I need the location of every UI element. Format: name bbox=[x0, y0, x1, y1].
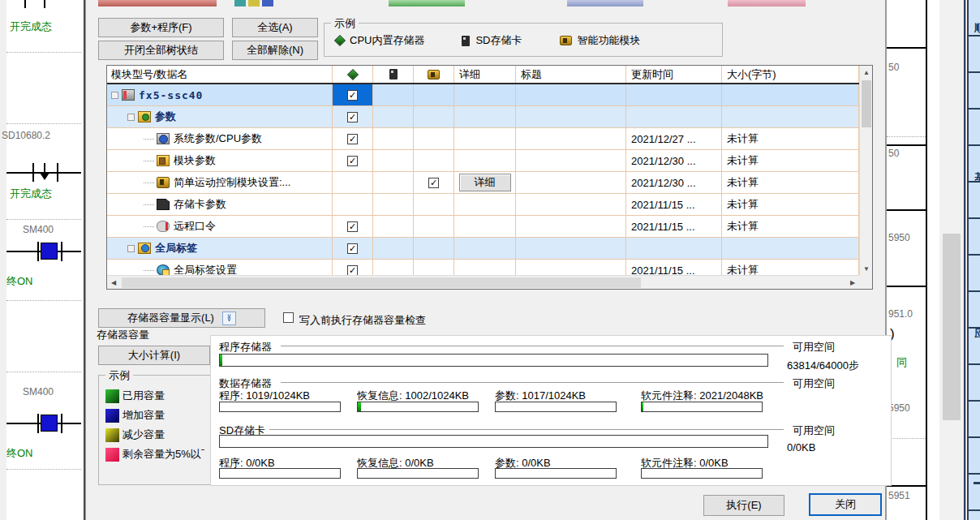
precheck-checkbox[interactable] bbox=[283, 312, 294, 323]
grid-horizontal-scrollbar[interactable]: ◀ ▶ bbox=[107, 275, 859, 289]
sd-check-cell[interactable] bbox=[373, 150, 414, 171]
table-row[interactable]: 模块参数✓2021/12/30 ...未计算 bbox=[107, 150, 859, 172]
row-checkbox[interactable]: ✓ bbox=[347, 221, 358, 232]
column-updated[interactable]: 更新时间 bbox=[626, 66, 722, 83]
selected-cell-cursor[interactable] bbox=[41, 415, 58, 432]
toggle-tree-button[interactable]: 开闭全部树状结 bbox=[98, 41, 224, 60]
scrollbar-thumb[interactable] bbox=[862, 80, 871, 127]
capacity-display-button[interactable]: 存储器容量显示(L) ∨∨ bbox=[98, 308, 265, 328]
memory-item-bar bbox=[641, 468, 763, 479]
scroll-left-arrow[interactable]: ◀ bbox=[107, 276, 120, 289]
capacity-legend-label: 已用容量 bbox=[122, 389, 165, 403]
table-row[interactable]: fx5-ssc40✓ bbox=[107, 84, 859, 106]
scroll-down-arrow[interactable]: ▼ bbox=[860, 262, 873, 275]
grid-vertical-scrollbar[interactable]: ▲ ▼ bbox=[859, 66, 872, 275]
column-title[interactable]: 标题 bbox=[516, 66, 626, 83]
sd-check-cell[interactable] bbox=[373, 84, 414, 105]
cpu-check-cell[interactable]: ✓ bbox=[333, 106, 373, 127]
cpu-check-cell[interactable]: ✓ bbox=[333, 84, 373, 105]
table-row[interactable]: 远程口令✓2021/11/15 ...未计算 bbox=[107, 216, 859, 238]
window-scrollbar[interactable] bbox=[939, 0, 964, 520]
deselect-all-button[interactable]: 全部解除(N) bbox=[232, 41, 318, 60]
tree-expand-box[interactable] bbox=[111, 92, 118, 99]
capacity-legend-item: 已用容量 bbox=[105, 389, 204, 403]
sd-check-cell[interactable] bbox=[373, 194, 414, 215]
module-check-cell[interactable] bbox=[414, 260, 454, 275]
module-check-cell[interactable] bbox=[414, 150, 454, 171]
cpu-check-cell[interactable]: ✓ bbox=[333, 128, 373, 149]
select-all-button[interactable]: 全选(A) bbox=[232, 18, 318, 37]
sd-check-cell[interactable] bbox=[373, 260, 414, 275]
row-checkbox[interactable]: ✓ bbox=[347, 134, 358, 144]
sd-check-cell[interactable] bbox=[373, 216, 414, 237]
column-name[interactable]: 模块型号/数据名 bbox=[107, 66, 333, 83]
module-check-cell[interactable]: ✓ bbox=[414, 172, 454, 193]
group-line bbox=[281, 346, 784, 346]
scrollbar-thumb[interactable] bbox=[943, 234, 961, 420]
detail-cell bbox=[454, 194, 516, 215]
title-cell bbox=[516, 84, 626, 105]
module-check-cell[interactable] bbox=[414, 194, 454, 215]
sd-check-cell[interactable] bbox=[373, 128, 414, 149]
tree-expand-box[interactable] bbox=[127, 245, 135, 252]
ladder-comment: 开完成态 bbox=[10, 21, 55, 33]
table-row[interactable]: 全局标签设置✓2021/11/15 ...未计算 bbox=[107, 260, 859, 275]
legend-item: 智能功能模块 bbox=[560, 33, 641, 48]
program-memory-title: 程序存储器 bbox=[219, 340, 277, 355]
detail-cell bbox=[454, 238, 516, 259]
param-program-button[interactable]: 参数+程序(F) bbox=[98, 18, 224, 37]
scrollbar-thumb[interactable] bbox=[122, 277, 641, 288]
row-checkbox[interactable]: ✓ bbox=[347, 265, 358, 276]
column-detail[interactable]: 详细 bbox=[454, 66, 516, 83]
row-checkbox[interactable]: ✓ bbox=[347, 156, 358, 166]
table-row[interactable]: 参数✓ bbox=[107, 106, 859, 128]
module-check-cell[interactable] bbox=[414, 128, 454, 149]
scroll-up-arrow[interactable]: ▲ bbox=[860, 66, 873, 79]
column-size[interactable]: 大小(字节) bbox=[722, 66, 859, 83]
scroll-right-arrow[interactable]: ▶ bbox=[846, 276, 859, 289]
tree-connector bbox=[144, 139, 154, 140]
column-cpu-memory[interactable] bbox=[333, 66, 373, 83]
table-row[interactable]: 全局标签✓ bbox=[107, 238, 859, 260]
close-button[interactable]: 关闭 bbox=[809, 493, 882, 516]
updated-cell: 2021/12/27 ... bbox=[626, 128, 722, 149]
module-check-cell[interactable] bbox=[414, 106, 454, 127]
sd-card-icon bbox=[462, 36, 470, 46]
detail-button[interactable]: 详细 bbox=[459, 174, 511, 191]
module-check-cell[interactable] bbox=[414, 216, 454, 237]
module-check-cell[interactable] bbox=[414, 84, 454, 105]
cpu-check-cell[interactable]: ✓ bbox=[333, 238, 373, 259]
row-checkbox[interactable]: ✓ bbox=[347, 243, 358, 254]
row-checkbox[interactable]: ✓ bbox=[347, 90, 358, 101]
module-check-cell[interactable] bbox=[414, 238, 454, 259]
sd-check-cell[interactable] bbox=[373, 238, 414, 259]
table-row[interactable]: 简单运动控制模块设置:...✓详细2021/12/30 ...未计算 bbox=[107, 172, 859, 194]
table-row[interactable]: 存储卡参数2021/11/15 ...未计算 bbox=[107, 194, 859, 216]
sd-check-cell[interactable] bbox=[373, 172, 414, 193]
sd-check-cell[interactable] bbox=[373, 106, 414, 127]
execute-button[interactable]: 执行(E) bbox=[703, 495, 784, 516]
cpu-check-cell[interactable]: ✓ bbox=[333, 260, 373, 275]
toolbar-fragment bbox=[98, 0, 217, 6]
selected-cell-cursor[interactable] bbox=[41, 243, 58, 260]
memory-capacity-panel: 程序存储器 可用空间 63814/64000步 数据存储器 程序: 1019/1… bbox=[210, 335, 892, 486]
row-checkbox[interactable]: ✓ bbox=[347, 112, 358, 122]
double-chevron-down-icon: ∨∨ bbox=[222, 312, 236, 325]
global-label-setting-icon bbox=[157, 264, 170, 275]
instruction-buttons[interactable]: 顺 基 应 bbox=[969, 0, 980, 520]
sd-card-icon bbox=[389, 69, 398, 80]
column-sd-card[interactable] bbox=[373, 66, 414, 83]
cpu-check-cell[interactable] bbox=[333, 194, 373, 215]
cpu-check-cell[interactable]: ✓ bbox=[333, 216, 373, 237]
table-row[interactable]: 系统参数/CPU参数✓2021/12/27 ...未计算 bbox=[107, 128, 859, 150]
row-name-cell: 简单运动控制模块设置:... bbox=[107, 172, 333, 193]
capacity-legend-label: 剩余容量为5%以下 bbox=[122, 447, 204, 462]
cpu-check-cell[interactable]: ✓ bbox=[333, 150, 373, 171]
row-checkbox[interactable]: ✓ bbox=[428, 178, 439, 188]
rung-divider bbox=[6, 469, 81, 470]
column-intelligent-module[interactable] bbox=[414, 66, 454, 83]
tree-expand-box[interactable] bbox=[127, 114, 135, 121]
size-calc-button[interactable]: 大小计算(I) bbox=[98, 346, 210, 365]
title-cell bbox=[516, 194, 626, 215]
cpu-check-cell[interactable] bbox=[333, 172, 373, 193]
